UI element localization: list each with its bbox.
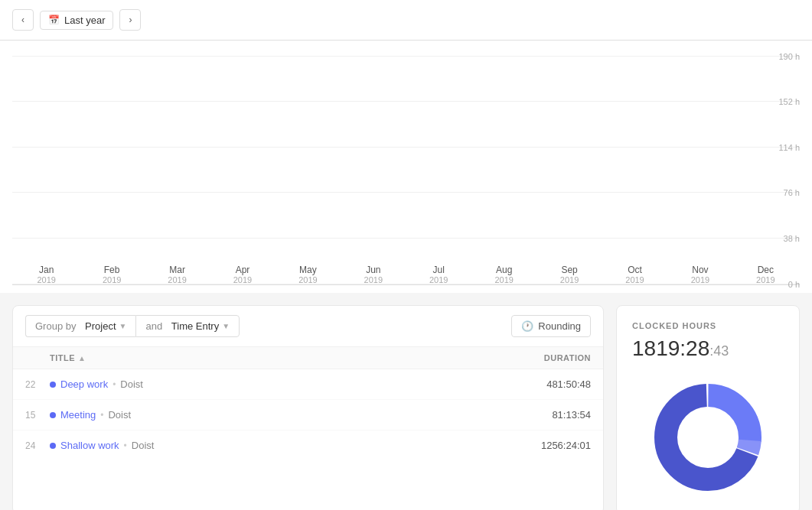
bar-label-jul: Jul 2019 xyxy=(429,265,448,284)
bar-label-jan: Jan 2019 xyxy=(37,265,55,284)
bar-label-mar: Mar 2019 xyxy=(168,265,186,284)
entry-chevron-icon: ▼ xyxy=(222,322,230,330)
calendar-icon: 📅 xyxy=(48,15,60,25)
stats-section: CLOCKED HOURS 1819:28:43 xyxy=(616,305,800,510)
project-separator: • xyxy=(100,410,103,421)
row-number: 15 xyxy=(25,410,50,421)
bar-group-jan[interactable]: Jan 2019 xyxy=(15,260,77,284)
project-dot xyxy=(50,412,56,418)
bar-group-sep[interactable]: Sep 2019 xyxy=(538,260,600,284)
bar-group-dec[interactable]: Dec 2019 xyxy=(735,260,797,284)
table-body: 22 Deep work • Doist 481:50:48 15 Meetin… xyxy=(13,369,603,460)
bar-group-aug[interactable]: Aug 2019 xyxy=(473,260,535,284)
rounding-button[interactable]: 🕐 Rounding xyxy=(511,315,591,337)
table-header: TITLE ▲ DURATION xyxy=(13,347,603,369)
row-duration: 481:50:48 xyxy=(499,378,591,390)
bars-wrapper: Jan 2019 Feb 2019 Mar 2019 Apr 2019 May … xyxy=(12,56,800,284)
bar-label-dec: Dec 2019 xyxy=(756,265,774,284)
project-separator: • xyxy=(113,379,116,390)
and-entry-button[interactable]: and Time Entry ▼ xyxy=(135,315,240,337)
clocked-hours: 1819:28 xyxy=(632,336,709,360)
donut-center xyxy=(679,408,737,466)
toolbar-left: Group by Project ▼ and Time Entry ▼ xyxy=(25,315,240,337)
project-group: Doist xyxy=(108,409,131,421)
bar-label-sep: Sep 2019 xyxy=(560,265,579,284)
bar-label-jun: Jun 2019 xyxy=(364,265,383,284)
bar-label-may: May 2019 xyxy=(298,265,317,284)
next-period-button[interactable]: › xyxy=(119,9,141,31)
row-duration: 1256:24:01 xyxy=(499,440,591,451)
rounding-label: Rounding xyxy=(538,320,581,332)
project-name[interactable]: Meeting xyxy=(60,409,96,421)
prev-period-button[interactable]: ‹ xyxy=(12,9,34,31)
period-label: Last year xyxy=(64,15,105,26)
group-by-label: Group by xyxy=(35,320,76,332)
bar-group-may[interactable]: May 2019 xyxy=(277,260,339,284)
bar-label-apr: Apr 2019 xyxy=(233,265,252,284)
bar-chart: 190 h 152 h 114 h 76 h 38 h 0 h Jan 2019… xyxy=(12,56,800,285)
group-by-chevron-icon: ▼ xyxy=(119,322,127,330)
chart-area: 190 h 152 h 114 h 76 h 38 h 0 h Jan 2019… xyxy=(0,41,812,293)
clocked-label: CLOCKED HOURS xyxy=(632,321,716,330)
period-selector-button[interactable]: 📅 Last year xyxy=(40,11,113,30)
bar-group-nov[interactable]: Nov 2019 xyxy=(669,260,731,284)
bar-group-feb[interactable]: Feb 2019 xyxy=(80,260,142,284)
bar-group-apr[interactable]: Apr 2019 xyxy=(211,260,273,284)
col-title-header[interactable]: TITLE ▲ xyxy=(50,353,499,362)
table-row[interactable]: 22 Deep work • Doist 481:50:48 xyxy=(13,369,603,400)
top-bar: ‹ 📅 Last year › xyxy=(0,0,812,41)
donut-svg xyxy=(647,376,769,499)
row-title: Meeting • Doist xyxy=(50,409,499,421)
project-name[interactable]: Deep work xyxy=(60,378,108,390)
project-separator: • xyxy=(124,440,127,451)
bar-label-nov: Nov 2019 xyxy=(691,265,709,284)
row-number: 22 xyxy=(25,379,50,390)
col-duration-header: DURATION xyxy=(499,353,591,362)
table-row[interactable]: 24 Shallow work • Doist 1256:24:01 xyxy=(13,430,603,460)
bar-label-feb: Feb 2019 xyxy=(103,265,121,284)
project-name[interactable]: Shallow work xyxy=(60,440,119,451)
and-label: and xyxy=(145,320,162,332)
row-title: Deep work • Doist xyxy=(50,378,499,390)
bar-group-mar[interactable]: Mar 2019 xyxy=(146,260,208,284)
donut-chart xyxy=(647,376,769,499)
row-duration: 81:13:54 xyxy=(499,409,591,421)
clocked-time: 1819:28:43 xyxy=(632,336,729,361)
bar-group-jun[interactable]: Jun 2019 xyxy=(342,260,404,284)
project-dot xyxy=(50,382,56,388)
sort-icon: ▲ xyxy=(78,354,86,362)
project-group: Doist xyxy=(132,440,155,451)
bar-label-aug: Aug 2019 xyxy=(494,265,513,284)
entry-value: Time Entry xyxy=(171,320,219,332)
row-number: 24 xyxy=(25,440,50,451)
clocked-seconds: :43 xyxy=(709,343,729,359)
bar-group-oct[interactable]: Oct 2019 xyxy=(604,260,666,284)
bar-label-oct: Oct 2019 xyxy=(625,265,644,284)
bar-group-jul[interactable]: Jul 2019 xyxy=(408,260,470,284)
table-section: Group by Project ▼ and Time Entry ▼ 🕐 Ro… xyxy=(12,305,604,510)
rounding-clock-icon: 🕐 xyxy=(521,320,533,332)
table-toolbar: Group by Project ▼ and Time Entry ▼ 🕐 Ro… xyxy=(13,306,603,347)
row-title: Shallow work • Doist xyxy=(50,440,499,451)
project-dot xyxy=(50,443,56,449)
project-group: Doist xyxy=(120,378,143,390)
table-row[interactable]: 15 Meeting • Doist 81:13:54 xyxy=(13,400,603,430)
group-by-button[interactable]: Group by Project ▼ xyxy=(25,315,135,337)
group-by-value: Project xyxy=(85,320,116,332)
bottom-section: Group by Project ▼ and Time Entry ▼ 🕐 Ro… xyxy=(0,293,812,510)
